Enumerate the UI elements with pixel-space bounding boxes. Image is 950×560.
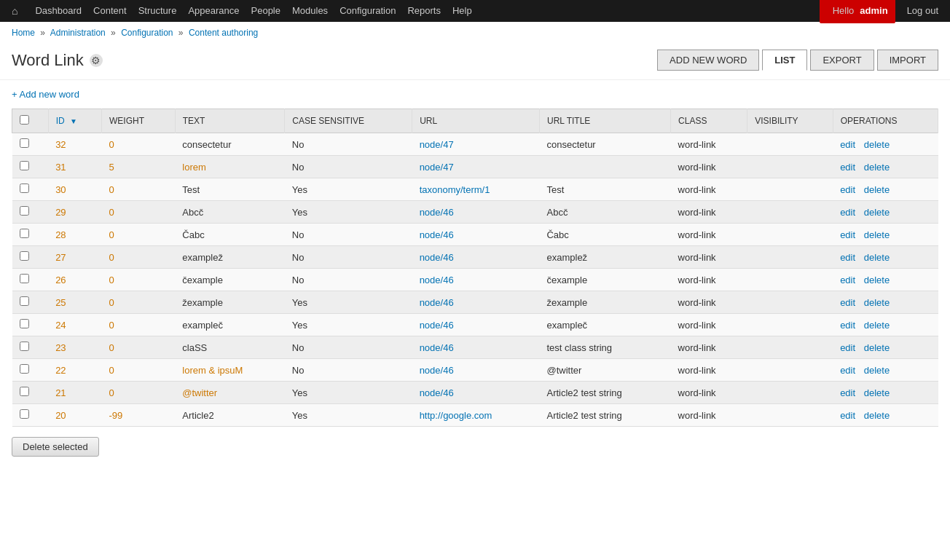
logout-link[interactable]: Log out — [901, 0, 944, 22]
edit-link[interactable]: edit — [840, 365, 855, 376]
url-link[interactable]: taxonomy/term/1 — [420, 184, 490, 195]
breadcrumb-content-authoring[interactable]: Content authoring — [189, 28, 258, 38]
url-link[interactable]: node/46 — [420, 297, 454, 308]
row-weight: 0 — [102, 291, 176, 314]
col-id[interactable]: ID ▼ — [48, 109, 101, 133]
delete-link[interactable]: delete — [864, 342, 890, 353]
url-link[interactable]: node/46 — [420, 229, 454, 240]
url-link[interactable]: node/46 — [420, 342, 454, 353]
edit-link[interactable]: edit — [840, 410, 855, 421]
delete-link[interactable]: delete — [864, 207, 890, 218]
row-checkbox[interactable] — [20, 319, 29, 328]
row-url-title: @twitter — [539, 359, 670, 382]
add-new-word-button[interactable]: ADD NEW WORD — [657, 50, 759, 71]
row-url-title: Čabc — [539, 224, 670, 246]
row-id: 21 — [48, 382, 101, 404]
nav-content[interactable]: Content — [87, 0, 133, 22]
edit-link[interactable]: edit — [840, 342, 855, 353]
url-link[interactable]: node/46 — [420, 275, 454, 285]
row-class: word-link — [671, 404, 747, 427]
row-checkbox[interactable] — [20, 409, 29, 419]
row-operations: edit delete — [833, 314, 938, 336]
row-checkbox[interactable] — [20, 229, 29, 238]
row-visibility — [747, 404, 833, 427]
delete-link[interactable]: delete — [864, 229, 890, 240]
breadcrumb-administration[interactable]: Administration — [50, 28, 106, 38]
row-checkbox-cell — [12, 359, 49, 382]
edit-link[interactable]: edit — [840, 139, 855, 150]
row-url-title: exampleč — [539, 314, 670, 336]
nav-appearance[interactable]: Appearance — [182, 0, 245, 22]
row-checkbox[interactable] — [20, 364, 29, 374]
row-operations: edit delete — [833, 269, 938, 291]
edit-link[interactable]: edit — [840, 184, 855, 195]
row-checkbox[interactable] — [20, 138, 29, 148]
delete-link[interactable]: delete — [864, 275, 890, 285]
row-checkbox[interactable] — [20, 342, 29, 351]
row-visibility — [747, 133, 833, 156]
row-weight: 0 — [102, 269, 176, 291]
delete-selected-button[interactable]: Delete selected — [12, 437, 99, 457]
url-link[interactable]: node/46 — [420, 387, 454, 398]
edit-link[interactable]: edit — [840, 229, 855, 240]
delete-link[interactable]: delete — [864, 184, 890, 195]
url-link[interactable]: node/47 — [420, 139, 454, 150]
export-button[interactable]: EXPORT — [810, 50, 874, 71]
gear-icon[interactable]: ⚙ — [90, 54, 103, 67]
row-operations: edit delete — [833, 404, 938, 427]
edit-link[interactable]: edit — [840, 252, 855, 263]
row-checkbox[interactable] — [20, 387, 29, 396]
url-link[interactable]: node/46 — [420, 320, 454, 331]
url-link[interactable]: node/46 — [420, 365, 454, 376]
delete-link[interactable]: delete — [864, 162, 890, 173]
import-button[interactable]: IMPORT — [877, 50, 938, 71]
edit-link[interactable]: edit — [840, 162, 855, 173]
row-class: word-link — [671, 269, 747, 291]
add-new-word-link[interactable]: + Add new word — [12, 89, 79, 100]
row-checkbox-cell — [12, 178, 49, 201]
list-button[interactable]: LIST — [762, 50, 807, 71]
row-case-sensitive: No — [285, 246, 412, 269]
nav-dashboard[interactable]: Dashboard — [29, 0, 87, 22]
url-link[interactable]: node/46 — [420, 252, 454, 263]
url-link[interactable]: node/47 — [420, 162, 454, 173]
delete-link[interactable]: delete — [864, 365, 890, 376]
edit-link[interactable]: edit — [840, 320, 855, 331]
row-checkbox[interactable] — [20, 161, 29, 170]
row-checkbox[interactable] — [20, 184, 29, 193]
row-case-sensitive: Yes — [285, 178, 412, 201]
url-link[interactable]: http://google.com — [420, 410, 492, 421]
delete-link[interactable]: delete — [864, 320, 890, 331]
select-all-checkbox[interactable] — [20, 115, 29, 125]
delete-link[interactable]: delete — [864, 297, 890, 308]
edit-link[interactable]: edit — [840, 297, 855, 308]
nav-structure[interactable]: Structure — [133, 0, 183, 22]
url-link[interactable]: node/46 — [420, 207, 454, 218]
row-case-sensitive: Yes — [285, 201, 412, 224]
edit-link[interactable]: edit — [840, 207, 855, 218]
breadcrumb-configuration[interactable]: Configuration — [121, 28, 173, 38]
delete-link[interactable]: delete — [864, 387, 890, 398]
table-row: 20 -99 Article2 Yes http://google.com Ar… — [12, 404, 938, 427]
breadcrumb-home[interactable]: Home — [12, 28, 35, 38]
row-checkbox-cell — [12, 156, 49, 178]
table-row: 22 0 lorem & ipsuM No node/46 @twitter w… — [12, 359, 938, 382]
nav-modules[interactable]: Modules — [286, 0, 334, 22]
delete-link[interactable]: delete — [864, 410, 890, 421]
edit-link[interactable]: edit — [840, 275, 855, 285]
home-icon[interactable]: ⌂ — [6, 0, 23, 22]
row-checkbox[interactable] — [20, 251, 29, 261]
nav-help[interactable]: Help — [447, 0, 478, 22]
nav-people[interactable]: People — [246, 0, 286, 22]
row-case-sensitive: Yes — [285, 314, 412, 336]
edit-link[interactable]: edit — [840, 387, 855, 398]
row-checkbox[interactable] — [20, 206, 29, 216]
delete-link[interactable]: delete — [864, 139, 890, 150]
nav-configuration[interactable]: Configuration — [334, 0, 401, 22]
row-url: node/46 — [412, 246, 540, 269]
delete-button-area: Delete selected — [0, 427, 950, 467]
delete-link[interactable]: delete — [864, 252, 890, 263]
nav-reports[interactable]: Reports — [401, 0, 447, 22]
row-checkbox[interactable] — [20, 296, 29, 306]
row-checkbox[interactable] — [20, 274, 29, 283]
